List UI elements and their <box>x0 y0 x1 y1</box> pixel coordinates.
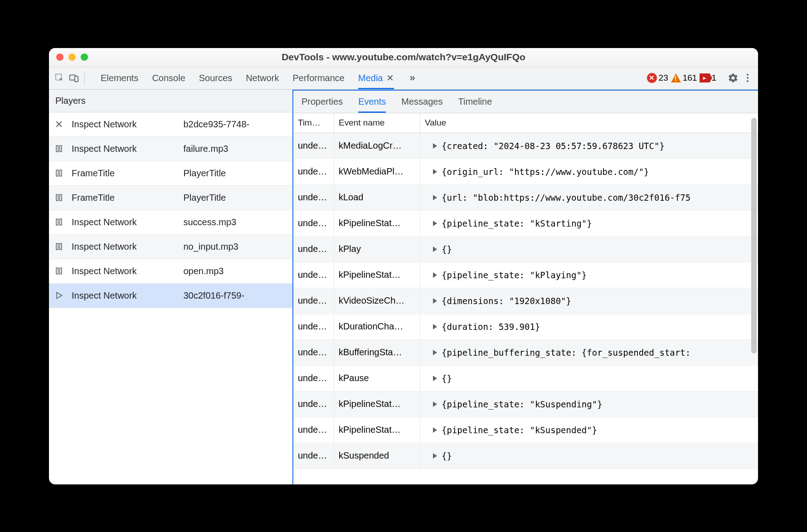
disclosure-icon[interactable] <box>433 298 437 304</box>
event-value: {origin_url: "https://www.youtube.com/"} <box>420 159 758 184</box>
subtab-timeline[interactable]: Timeline <box>458 91 492 113</box>
event-value: {dimensions: "1920x1080"} <box>420 288 758 314</box>
errors-badge[interactable]: ✕ 23 <box>647 73 668 83</box>
tab-elements[interactable]: Elements <box>101 67 138 89</box>
player-row[interactable]: FrameTitlePlayerTitle <box>49 186 292 210</box>
info-badge[interactable]: ▸ 1 <box>700 73 716 83</box>
event-row[interactable]: unde…kSuspended{} <box>293 443 758 469</box>
svg-rect-7 <box>60 145 62 151</box>
svg-rect-10 <box>56 194 58 200</box>
svg-rect-15 <box>60 243 62 249</box>
event-name: kSuspended <box>334 443 420 469</box>
event-value: {pipeline_state: "kSuspended"} <box>420 417 758 443</box>
close-tab-icon[interactable]: ✕ <box>386 73 394 83</box>
player-row[interactable]: FrameTitlePlayerTitle <box>49 161 292 186</box>
event-row[interactable]: unde…kPipelineStat…{pipeline_state: "kSt… <box>293 211 758 237</box>
svg-rect-6 <box>56 145 58 151</box>
disclosure-icon[interactable] <box>433 247 437 252</box>
event-row[interactable]: unde…kPause{} <box>293 366 758 392</box>
col-value[interactable]: Value <box>420 113 758 133</box>
more-options-icon[interactable] <box>742 72 754 84</box>
scrollbar[interactable] <box>751 118 757 353</box>
event-row[interactable]: unde…kBufferingSta…{pipeline_buffering_s… <box>293 340 758 366</box>
svg-rect-11 <box>60 194 62 200</box>
subtab-messages[interactable]: Messages <box>401 91 442 113</box>
event-row[interactable]: unde…kMediaLogCr…{created: "2024-08-23 0… <box>293 133 758 159</box>
minimize-window-button[interactable] <box>68 53 76 61</box>
tab-media-label: Media <box>358 73 383 83</box>
event-name: kMediaLogCr… <box>334 133 420 159</box>
event-timestamp: unde… <box>293 133 334 159</box>
event-row[interactable]: unde…kLoad{url: "blob:https://www.youtub… <box>293 185 758 211</box>
settings-icon[interactable] <box>727 72 739 84</box>
event-timestamp: unde… <box>293 392 334 417</box>
player-title: no_input.mp3 <box>181 242 293 252</box>
disclosure-icon[interactable] <box>433 272 437 278</box>
close-window-button[interactable] <box>56 53 63 61</box>
tab-media[interactable]: Media ✕ <box>358 67 394 89</box>
disclosure-icon[interactable] <box>433 376 437 381</box>
event-timestamp: unde… <box>293 237 334 262</box>
player-status-icon <box>49 266 69 276</box>
event-row[interactable]: unde…kVideoSizeCh…{dimensions: "1920x108… <box>293 288 758 314</box>
player-row[interactable]: Inspect Network30c2f016-f759- <box>49 284 292 308</box>
tab-console[interactable]: Console <box>152 67 185 89</box>
disclosure-icon[interactable] <box>433 453 437 459</box>
disclosure-icon[interactable] <box>433 195 437 200</box>
player-frame: Inspect Network <box>69 290 181 301</box>
event-row[interactable]: unde…kWebMediaPl…{origin_url: "https://w… <box>293 159 758 185</box>
warnings-badge[interactable]: 161 <box>671 73 697 83</box>
devtools-window: DevTools - www.youtube.com/watch?v=e1gAy… <box>49 48 758 484</box>
event-row[interactable]: unde…kPlay{} <box>293 237 758 262</box>
player-title: success.mp3 <box>181 217 293 227</box>
event-row[interactable]: unde…kPipelineStat…{pipeline_state: "kSu… <box>293 417 758 443</box>
event-name: kWebMediaPl… <box>334 159 420 184</box>
detail-panel: Properties Events Messages Timeline Tim…… <box>293 90 758 484</box>
svg-rect-2 <box>75 76 78 82</box>
zoom-window-button[interactable] <box>81 53 88 61</box>
player-row[interactable]: Inspect Networkfailure.mp3 <box>49 137 292 161</box>
player-status-icon <box>49 169 69 178</box>
player-row[interactable]: Inspect Networkopen.mp3 <box>49 259 292 284</box>
player-row[interactable]: Inspect Networksuccess.mp3 <box>49 210 292 235</box>
svg-rect-9 <box>60 170 62 176</box>
disclosure-icon[interactable] <box>433 169 437 174</box>
error-icon: ✕ <box>647 73 657 83</box>
player-title: PlayerTitle <box>181 168 293 179</box>
tab-network[interactable]: Network <box>246 67 279 89</box>
tab-performance[interactable]: Performance <box>293 67 345 89</box>
event-timestamp: unde… <box>293 366 334 391</box>
event-row[interactable]: unde…kDurationCha…{duration: 539.901} <box>293 314 758 340</box>
event-row[interactable]: unde…kPipelineStat…{pipeline_state: "kSu… <box>293 392 758 417</box>
col-eventname[interactable]: Event name <box>334 113 420 133</box>
more-tabs-icon[interactable]: » <box>409 72 413 84</box>
disclosure-icon[interactable] <box>433 221 437 226</box>
col-timestamp[interactable]: Tim… <box>293 113 334 133</box>
disclosure-icon[interactable] <box>433 350 437 355</box>
players-list[interactable]: Inspect Networkb2dce935-7748-Inspect Net… <box>49 112 292 484</box>
event-name: kPlay <box>334 237 420 262</box>
player-frame: Inspect Network <box>69 242 181 252</box>
detail-tabs: Properties Events Messages Timeline <box>293 91 758 113</box>
event-timestamp: unde… <box>293 314 334 339</box>
event-value: {pipeline_state: "kSuspending"} <box>420 392 758 417</box>
device-toolbar-icon[interactable] <box>68 72 80 84</box>
disclosure-icon[interactable] <box>433 401 437 407</box>
disclosure-icon[interactable] <box>433 427 437 433</box>
disclosure-icon[interactable] <box>433 143 437 149</box>
event-timestamp: unde… <box>293 340 334 365</box>
event-timestamp: unde… <box>293 185 334 210</box>
devtools-toolbar: Elements Console Sources Network Perform… <box>49 67 758 90</box>
player-row[interactable]: Inspect Networkno_input.mp3 <box>49 235 292 259</box>
event-value: {pipeline_state: "kStarting"} <box>420 211 758 236</box>
event-row[interactable]: unde…kPipelineStat…{pipeline_state: "kPl… <box>293 262 758 288</box>
subtab-properties[interactable]: Properties <box>301 91 343 113</box>
inspect-element-icon[interactable] <box>53 72 65 84</box>
player-status-icon <box>49 144 69 153</box>
events-table[interactable]: Tim… Event name Value unde…kMediaLogCr…{… <box>293 113 758 484</box>
disclosure-icon[interactable] <box>433 324 437 329</box>
player-row[interactable]: Inspect Networkb2dce935-7748- <box>49 112 292 137</box>
event-value: {} <box>420 366 758 391</box>
subtab-events[interactable]: Events <box>358 91 386 113</box>
tab-sources[interactable]: Sources <box>199 67 232 89</box>
